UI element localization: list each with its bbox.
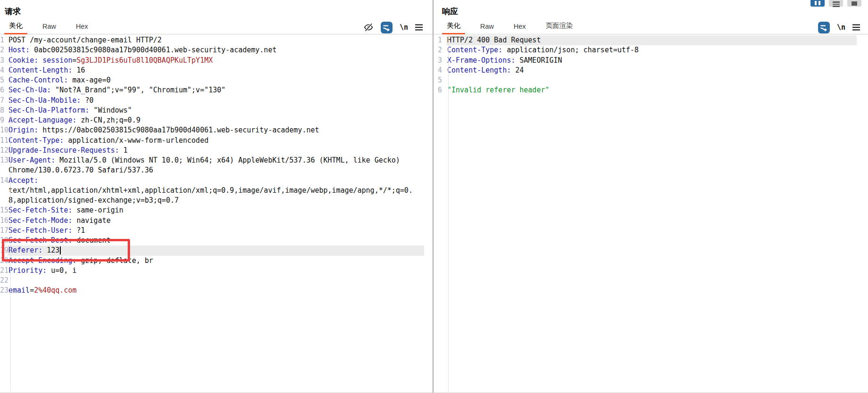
pause-button[interactable] xyxy=(811,0,825,7)
code-line[interactable]: 1HTTP/2 400 Bad Request xyxy=(434,35,857,45)
request-toolbar: \n xyxy=(363,21,423,33)
tab-hex[interactable]: Hex xyxy=(512,23,528,34)
request-panel-title: 请求 xyxy=(0,0,433,20)
response-editor[interactable]: 1HTTP/2 400 Bad Request2Content-Type: ap… xyxy=(434,34,857,392)
code-line[interactable]: text/html,application/xhtml+xml,applicat… xyxy=(0,186,424,196)
code-line[interactable]: 5 xyxy=(434,75,857,85)
line-number: 6 xyxy=(0,85,8,95)
code-line[interactable]: 8Sec-Ch-Ua-Platform: "Windows" xyxy=(0,106,424,115)
tab-prettify[interactable]: 美化 xyxy=(7,21,25,34)
code-line[interactable]: 22 xyxy=(0,276,424,286)
code-line[interactable]: 18Sec-Fetch-Dest: document xyxy=(0,236,424,246)
code-text: 8,application/signed-exchange;v=b3;q=0.7 xyxy=(8,196,424,205)
code-line[interactable]: 7Sec-Ch-Ua-Mobile: ?0 xyxy=(0,96,424,106)
code-text: Origin: https://0abc002503815c9080aa17b9… xyxy=(8,125,424,135)
code-line[interactable]: 6"Invalid referer header" xyxy=(434,85,857,95)
line-number xyxy=(0,186,8,196)
line-number: 17 xyxy=(0,226,8,236)
tab-hex[interactable]: Hex xyxy=(74,23,90,34)
code-text: Content-Length: 16 xyxy=(8,66,424,75)
code-text: text/html,application/xhtml+xml,applicat… xyxy=(8,186,424,196)
line-number: 5 xyxy=(0,75,8,85)
line-number: 16 xyxy=(0,216,8,226)
stop-button[interactable] xyxy=(847,0,861,7)
code-text: User-Agent: Mozilla/5.0 (Windows NT 10.0… xyxy=(8,156,424,165)
code-line[interactable]: 3X-Frame-Options: SAMEORIGIN xyxy=(434,56,857,66)
code-line[interactable]: 19Referer: 123 xyxy=(0,246,424,255)
hide-eye-icon[interactable] xyxy=(363,22,374,33)
code-text: HTTP/2 400 Bad Request xyxy=(446,35,857,45)
line-number: 4 xyxy=(0,66,8,75)
line-number: 8 xyxy=(0,106,8,115)
code-line[interactable]: 10Origin: https://0abc002503815c9080aa17… xyxy=(0,125,424,135)
code-line[interactable]: 3Cookie: session=Sg3LJD1Pis6uTu8l10QBAQP… xyxy=(0,56,424,66)
code-line[interactable]: 6Sec-Ch-Ua: "Not?A_Brand";v="99", "Chrom… xyxy=(0,85,424,95)
code-text: Chrome/130.0.6723.70 Safari/537.36 xyxy=(8,165,424,175)
line-number: 2 xyxy=(434,45,446,55)
code-line[interactable]: 1POST /my-account/change-email HTTP/2 xyxy=(0,35,424,45)
code-text: Sec-Ch-Ua-Platform: "Windows" xyxy=(8,106,424,115)
code-line[interactable]: 2Host: 0abc002503815c9080aa17b900d40061.… xyxy=(0,45,424,55)
line-number xyxy=(0,165,8,175)
line-number: 7 xyxy=(0,96,8,106)
request-editor[interactable]: 1POST /my-account/change-email HTTP/22Ho… xyxy=(0,34,424,392)
code-line[interactable]: 2Content-Type: application/json; charset… xyxy=(434,45,857,55)
code-text: Host: 0abc002503815c9080aa17b900d40061.w… xyxy=(8,45,424,55)
code-line[interactable]: 11Content-Type: application/x-www-form-u… xyxy=(0,136,424,146)
line-number xyxy=(0,196,8,205)
newline-icon[interactable]: \n xyxy=(837,23,845,32)
request-panel: 请求 美化RawHex \n xyxy=(0,0,433,393)
code-line[interactable]: 4Content-Length: 16 xyxy=(0,66,424,75)
code-line[interactable]: 20Accept-Encoding: gzip, deflate, br xyxy=(0,256,424,266)
line-number: 15 xyxy=(0,205,8,215)
line-number: 10 xyxy=(0,125,8,135)
code-line[interactable]: Chrome/130.0.6723.70 Safari/537.36 xyxy=(0,165,424,175)
code-line[interactable]: 21Priority: u=0, i xyxy=(0,266,424,276)
code-line[interactable]: 14Accept: xyxy=(0,176,424,186)
pause-icon xyxy=(815,1,817,5)
menu-icon[interactable] xyxy=(415,24,423,31)
menu-lines-button[interactable] xyxy=(829,0,843,7)
tab-raw[interactable]: Raw xyxy=(41,23,58,34)
code-text: Content-Type: application/x-www-form-url… xyxy=(8,136,424,146)
code-text: Accept-Language: zh-CN,zh;q=0.9 xyxy=(8,115,424,125)
code-text: Priority: u=0, i xyxy=(8,266,424,276)
code-line[interactable]: 23email=2%40qq.com xyxy=(0,286,424,295)
code-line[interactable]: 8,application/signed-exchange;v=b3;q=0.7 xyxy=(0,196,424,205)
prettify-icon[interactable] xyxy=(818,22,830,33)
message-editor-split: 请求 美化RawHex \n xyxy=(0,0,868,393)
response-panel: 响应 美化RawHex页面渲染 \n xyxy=(434,0,868,393)
code-line[interactable]: 16Sec-Fetch-Mode: navigate xyxy=(0,216,424,226)
line-number: 22 xyxy=(0,276,8,286)
code-line[interactable]: 13User-Agent: Mozilla/5.0 (Windows NT 10… xyxy=(0,156,424,165)
prettify-icon[interactable] xyxy=(381,22,393,33)
tab-raw[interactable]: Raw xyxy=(478,23,496,34)
menu-icon[interactable] xyxy=(852,24,860,31)
gutter-divider xyxy=(448,34,449,392)
newline-icon[interactable]: \n xyxy=(400,23,408,32)
code-text: Cookie: session=Sg3LJD1Pis6uTu8l10QBAQPK… xyxy=(8,56,424,66)
code-line[interactable]: 12Upgrade-Insecure-Requests: 1 xyxy=(0,146,424,156)
line-number: 1 xyxy=(0,35,8,45)
code-text: Accept: xyxy=(8,176,424,186)
code-line[interactable]: 5Cache-Control: max-age=0 xyxy=(0,75,424,85)
code-line[interactable]: 4Content-Length: 24 xyxy=(434,66,857,75)
line-number: 21 xyxy=(0,266,8,276)
tab-render[interactable]: 页面渲染 xyxy=(544,21,575,34)
line-number: 18 xyxy=(0,236,8,246)
line-number: 13 xyxy=(0,156,8,165)
code-text: Sec-Fetch-Mode: navigate xyxy=(8,216,424,226)
code-line[interactable]: 15Sec-Fetch-Site: same-origin xyxy=(0,205,424,215)
code-line[interactable]: 17Sec-Fetch-User: ?1 xyxy=(0,226,424,236)
code-text: Content-Type: application/json; charset=… xyxy=(446,45,857,55)
code-text: email=2%40qq.com xyxy=(8,286,424,295)
code-text: Sec-Fetch-User: ?1 xyxy=(8,226,424,236)
code-text xyxy=(8,276,424,286)
code-text: POST /my-account/change-email HTTP/2 xyxy=(8,35,424,45)
tab-prettify[interactable]: 美化 xyxy=(445,21,462,34)
response-toolbar: \n xyxy=(818,21,860,33)
line-number: 12 xyxy=(0,146,8,156)
code-text: Sec-Ch-Ua: "Not?A_Brand";v="99", "Chromi… xyxy=(8,85,424,95)
response-panel-title: 响应 xyxy=(434,0,868,20)
code-line[interactable]: 9Accept-Language: zh-CN,zh;q=0.9 xyxy=(0,115,424,125)
